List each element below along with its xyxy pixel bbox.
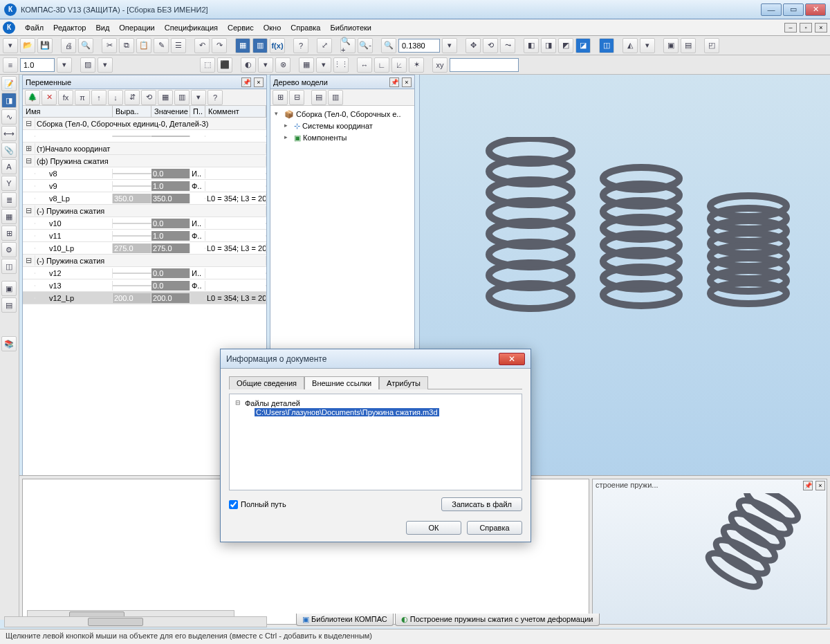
ls-text-icon[interactable]: A xyxy=(1,159,17,174)
zoom-out-icon[interactable]: 🔍- xyxy=(358,38,373,53)
col-name[interactable]: Имя xyxy=(23,106,113,117)
props-icon[interactable]: ☰ xyxy=(171,38,186,53)
menu-file[interactable]: Файл xyxy=(21,22,48,33)
zoom-in-icon[interactable]: 🔍+ xyxy=(340,38,356,53)
tree-item-components[interactable]: ▣ Компоненты xyxy=(284,132,410,144)
tree-item-coords[interactable]: ⊹ Системы координат xyxy=(284,120,410,132)
vt-fx-icon[interactable]: fx xyxy=(58,90,73,105)
grid-icon[interactable]: ▦ xyxy=(299,57,314,73)
preview-close-icon[interactable]: × xyxy=(815,481,825,490)
preview-icon[interactable]: 🔍 xyxy=(78,38,93,53)
sk4-icon[interactable]: ⊗ xyxy=(275,57,290,73)
persp-icon[interactable]: ◫ xyxy=(599,38,614,53)
mdi-restore[interactable]: ▫ xyxy=(800,23,812,33)
dialog-close-button[interactable]: ✕ xyxy=(499,353,525,365)
extra2-icon[interactable]: ▤ xyxy=(681,38,696,53)
grid-dd-icon[interactable]: ▾ xyxy=(316,57,331,73)
zoom-sel-icon[interactable]: 🔍 xyxy=(381,38,396,53)
sk3dd-icon[interactable]: ▾ xyxy=(258,57,273,73)
help-button[interactable]: Справка xyxy=(467,521,522,535)
close-button[interactable]: ✕ xyxy=(805,3,826,16)
dlg-tab-links[interactable]: Внешние ссылки xyxy=(304,376,379,389)
tab-spring-build[interactable]: ◐ Построение пружины сжатия с учетом деф… xyxy=(395,614,600,626)
ls-tree-icon[interactable]: ⊞ xyxy=(1,226,17,241)
cube2-icon[interactable]: ◨ xyxy=(541,38,556,53)
menu-libraries[interactable]: Библиотеки xyxy=(326,22,376,33)
ls-dim-icon[interactable]: ⟷ xyxy=(1,126,17,141)
snap-icon[interactable]: ⋮⋮ xyxy=(333,57,349,73)
zoom-dd-icon[interactable]: ▾ xyxy=(442,38,457,53)
menu-window[interactable]: Окно xyxy=(259,22,286,33)
ls-part-icon[interactable]: ▣ xyxy=(1,281,17,296)
menu-help[interactable]: Справка xyxy=(286,22,324,33)
preview-pin-icon[interactable]: 📌 xyxy=(803,481,813,490)
zoom-fit-icon[interactable]: ⤢ xyxy=(317,38,332,53)
fx-icon[interactable]: f(x) xyxy=(270,38,285,53)
dim1-icon[interactable]: ↔ xyxy=(357,57,372,73)
full-path-checkbox[interactable]: Полный путь xyxy=(229,500,286,509)
sk2-icon[interactable]: ⬛ xyxy=(217,57,232,73)
vt-grid-icon[interactable]: ▦ xyxy=(158,90,173,105)
tt-view2-icon[interactable]: ⊟ xyxy=(289,90,304,105)
sk1-icon[interactable]: ⬚ xyxy=(200,57,215,73)
linestyle-icon[interactable]: ≡ xyxy=(3,57,18,73)
menu-specification[interactable]: Спецификация xyxy=(160,22,222,33)
new-icon[interactable]: ▾ xyxy=(3,38,18,53)
menu-view[interactable]: Вид xyxy=(91,22,113,33)
ls-line-icon[interactable]: ∿ xyxy=(1,109,17,125)
mdi-minimize[interactable]: – xyxy=(784,23,797,33)
menu-operations[interactable]: Операции xyxy=(115,22,158,33)
dim3-icon[interactable]: ⟀ xyxy=(391,57,407,73)
coord-icon[interactable]: xy xyxy=(432,57,448,73)
ls-edit-icon[interactable]: 📝 xyxy=(1,76,17,91)
redo-icon[interactable]: ↷ xyxy=(212,38,227,53)
full-path-checkbox-input[interactable] xyxy=(229,500,238,509)
vt-up-icon[interactable]: ↑ xyxy=(91,90,107,105)
cube1-icon[interactable]: ◧ xyxy=(524,38,539,53)
zoom-input[interactable] xyxy=(398,39,440,53)
ls-lib-icon[interactable]: 📚 xyxy=(1,336,17,351)
tree-pin-icon[interactable]: 📌 xyxy=(389,77,399,87)
ls-list-icon[interactable]: ≣ xyxy=(1,192,17,208)
main-hscroll[interactable] xyxy=(4,616,267,627)
axis-icon[interactable]: ⤳ xyxy=(500,38,515,53)
undo-icon[interactable]: ↶ xyxy=(194,38,210,53)
save-icon[interactable]: 💾 xyxy=(37,38,53,53)
snap2-icon[interactable]: ✶ xyxy=(409,57,424,73)
ls-plane-icon[interactable]: ◫ xyxy=(1,259,17,274)
ok-button[interactable]: ОК xyxy=(406,521,461,535)
vt-opt-icon[interactable]: ▾ xyxy=(191,90,206,105)
vt-down-icon[interactable]: ↓ xyxy=(108,90,123,105)
lineweight-input[interactable] xyxy=(20,58,55,72)
vt-hier-icon[interactable]: ⇵ xyxy=(124,90,140,105)
col-value[interactable]: Значение xyxy=(151,106,190,117)
pan-icon[interactable]: ✥ xyxy=(465,38,481,53)
cube3-icon[interactable]: ◩ xyxy=(558,38,573,53)
open-icon[interactable]: 📂 xyxy=(20,38,35,53)
views-dd-icon[interactable]: ▾ xyxy=(640,38,655,53)
ls-asm-icon[interactable]: ▤ xyxy=(1,297,17,313)
pin-icon[interactable]: 📌 xyxy=(241,77,251,87)
vt-help-icon[interactable]: ? xyxy=(208,90,223,105)
dim2-icon[interactable]: ∟ xyxy=(374,57,389,73)
file-path-selected[interactable]: C:\Users\Глазунов\Documents\Пружина сжат… xyxy=(255,408,439,416)
paste-icon[interactable]: 📋 xyxy=(136,38,151,53)
extra1-icon[interactable]: ▣ xyxy=(663,38,679,53)
shaded-icon[interactable]: ◪ xyxy=(575,38,591,53)
panel-close-icon[interactable]: × xyxy=(254,77,264,87)
tt-view3-icon[interactable]: ▤ xyxy=(311,90,326,105)
hatch-icon[interactable]: ▨ xyxy=(80,57,95,73)
vt-cols-icon[interactable]: ▥ xyxy=(174,90,190,105)
hatch-dd-icon[interactable]: ▾ xyxy=(98,57,113,73)
sk3-icon[interactable]: ◐ xyxy=(241,57,256,73)
brush-icon[interactable]: ✎ xyxy=(154,38,169,53)
tt-view1-icon[interactable]: ⊞ xyxy=(273,90,288,105)
mode1-icon[interactable]: ▦ xyxy=(235,38,250,53)
help-icon[interactable]: ? xyxy=(293,38,308,53)
col-p[interactable]: П.. xyxy=(190,106,205,117)
vt-pi-icon[interactable]: π xyxy=(75,90,90,105)
col-expr[interactable]: Выра.. xyxy=(113,106,151,117)
mdi-close[interactable]: × xyxy=(815,23,827,33)
file-tree-root[interactable]: Файлы деталей xyxy=(235,398,516,408)
mode2-icon[interactable]: ▥ xyxy=(252,38,268,53)
